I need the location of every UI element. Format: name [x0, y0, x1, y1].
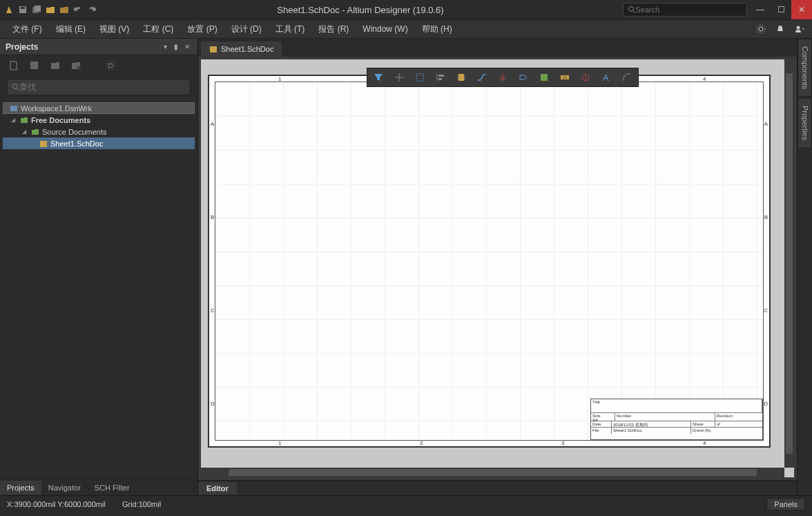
- schematic-sheet[interactable]: Title SizeA4 Number Revision Date 2018/1…: [208, 75, 771, 448]
- redo-icon[interactable]: [86, 3, 98, 16]
- projects-panel-tabs: Projects Navigator SCH Filter: [0, 479, 197, 495]
- panel-dropdown-icon[interactable]: ▾: [160, 42, 170, 52]
- titleblock-title-label: Title: [592, 400, 600, 404]
- svg-rect-23: [438, 75, 444, 77]
- place-wire-icon[interactable]: [474, 70, 490, 85]
- tab-navigator[interactable]: Navigator: [41, 481, 88, 495]
- open-icon[interactable]: [44, 3, 57, 16]
- zone-col-label: 2: [420, 440, 423, 446]
- menu-help[interactable]: 帮助 (H): [415, 21, 459, 38]
- panels-button[interactable]: Panels: [766, 498, 805, 510]
- projects-search-input[interactable]: [19, 82, 186, 92]
- app-icon[interactable]: [3, 3, 15, 16]
- tree-free-documents[interactable]: ◢ Free Documents: [3, 114, 195, 126]
- maximize-button[interactable]: ☐: [771, 0, 791, 19]
- open-folder-icon[interactable]: [69, 59, 83, 73]
- place-arc-icon[interactable]: [619, 70, 635, 85]
- menu-report[interactable]: 报告 (R): [311, 21, 356, 38]
- place-text-icon[interactable]: A: [598, 70, 615, 85]
- settings-icon[interactable]: [754, 22, 768, 36]
- save-icon[interactable]: [17, 3, 29, 16]
- place-gnd-icon[interactable]: [494, 70, 511, 85]
- save-doc-icon[interactable]: [28, 59, 41, 73]
- place-noerror-icon[interactable]: [577, 70, 594, 85]
- window-title: Sheet1.SchDoc - Altium Designer (19.0.6): [98, 5, 623, 15]
- svg-point-6: [759, 27, 763, 31]
- expand-icon[interactable]: ◢: [11, 117, 19, 123]
- schematic-file-icon: [209, 45, 218, 53]
- doc-tab-sheet1[interactable]: Sheet1.SchDoc: [201, 41, 282, 57]
- svg-rect-17: [40, 141, 47, 147]
- tab-projects[interactable]: Projects: [0, 481, 41, 495]
- menu-design[interactable]: 设计 (D): [224, 21, 269, 38]
- selection-icon[interactable]: [412, 70, 428, 85]
- panel-pin-icon[interactable]: ▮: [171, 42, 181, 52]
- search-icon: [12, 83, 19, 91]
- svg-rect-3: [35, 6, 41, 12]
- compile-icon[interactable]: [48, 59, 62, 73]
- undo-icon[interactable]: [72, 3, 84, 16]
- notifications-icon[interactable]: [773, 22, 787, 36]
- projects-panel: Projects ▾ ▮ ✕ Workspace1.DsnWrk ◢: [0, 39, 198, 495]
- zone-col-label: 1: [278, 76, 281, 82]
- menu-window[interactable]: Window (W): [356, 21, 414, 37]
- menu-edit[interactable]: 编辑 (E): [49, 21, 93, 38]
- svg-text:A: A: [603, 73, 609, 83]
- menu-file[interactable]: 文件 (F): [6, 21, 49, 38]
- tree-label: Free Documents: [31, 116, 90, 124]
- menu-view[interactable]: 视图 (V): [93, 21, 136, 38]
- filter-icon[interactable]: [370, 70, 387, 85]
- svg-rect-1: [21, 7, 25, 9]
- tree-label: Workspace1.DsnWrk: [21, 104, 92, 113]
- projects-search[interactable]: [7, 79, 191, 95]
- status-coordinates: X:3900.000mil Y:6000.000mil: [7, 500, 106, 508]
- place-port-icon[interactable]: [515, 70, 532, 85]
- titleblock-file-label: File: [592, 428, 599, 432]
- projects-title: Projects: [6, 42, 159, 52]
- titleblock-drawnby-label: Drawn By:: [693, 428, 712, 432]
- tab-sch-filter[interactable]: SCH Filter: [88, 481, 137, 495]
- editor-tab[interactable]: Editor: [198, 482, 237, 495]
- vertical-scrollbar[interactable]: [784, 59, 794, 468]
- close-button[interactable]: ✕: [791, 0, 812, 19]
- scrollbar-thumb[interactable]: [786, 73, 793, 454]
- tree-source-documents[interactable]: ◢ Source Documents: [3, 126, 195, 137]
- zone-row-label: A: [211, 121, 214, 127]
- panel-close-icon[interactable]: ✕: [182, 42, 192, 52]
- folder-icon: [19, 115, 29, 125]
- horizontal-scrollbar[interactable]: [201, 468, 784, 477]
- svg-point-11: [77, 66, 81, 70]
- svg-text:D1: D1: [563, 75, 568, 79]
- menu-bar: 文件 (F) 编辑 (E) 视图 (V) 工程 (C) 放置 (P) 设计 (D…: [0, 19, 812, 39]
- place-part-icon[interactable]: [453, 70, 470, 85]
- zone-col-label: 3: [561, 440, 564, 446]
- new-doc-icon[interactable]: [7, 59, 21, 73]
- minimize-button[interactable]: —: [750, 0, 771, 19]
- expand-icon[interactable]: ◢: [22, 128, 30, 135]
- place-sheet-icon[interactable]: [536, 70, 552, 85]
- main-area: Projects ▾ ▮ ✕ Workspace1.DsnWrk ◢: [0, 39, 812, 495]
- place-netlabel-icon[interactable]: D1: [557, 70, 573, 85]
- search-input[interactable]: [635, 6, 742, 14]
- zone-row-label: C: [764, 307, 768, 314]
- global-search[interactable]: [623, 3, 747, 17]
- menu-tools[interactable]: 工具 (T): [269, 21, 312, 38]
- tab-properties[interactable]: Properties: [798, 98, 812, 148]
- titleblock-date-value: 2018/11/22 星期四: [613, 423, 648, 427]
- save-all-icon[interactable]: [30, 3, 43, 16]
- scrollbar-thumb[interactable]: [229, 469, 757, 476]
- titleblock-file-value: Sheet1.SchDoc: [613, 428, 642, 432]
- tree-workspace[interactable]: Workspace1.DsnWrk: [3, 102, 195, 114]
- user-icon[interactable]: [793, 22, 806, 36]
- schematic-canvas[interactable]: D1 A Title SizeA4 Number Revisio: [201, 59, 794, 477]
- menu-place[interactable]: 放置 (P): [180, 21, 224, 38]
- zone-col-label: 1: [278, 440, 281, 446]
- open-project-icon[interactable]: [58, 3, 70, 16]
- tree-sheet-doc[interactable]: Sheet1.SchDoc: [3, 137, 195, 149]
- crosshair-icon[interactable]: [391, 70, 407, 85]
- project-settings-icon[interactable]: [104, 59, 117, 73]
- menu-project[interactable]: 工程 (C): [136, 21, 180, 38]
- tab-components[interactable]: Components: [798, 39, 812, 97]
- svg-rect-16: [10, 106, 17, 111]
- align-icon[interactable]: [432, 70, 449, 85]
